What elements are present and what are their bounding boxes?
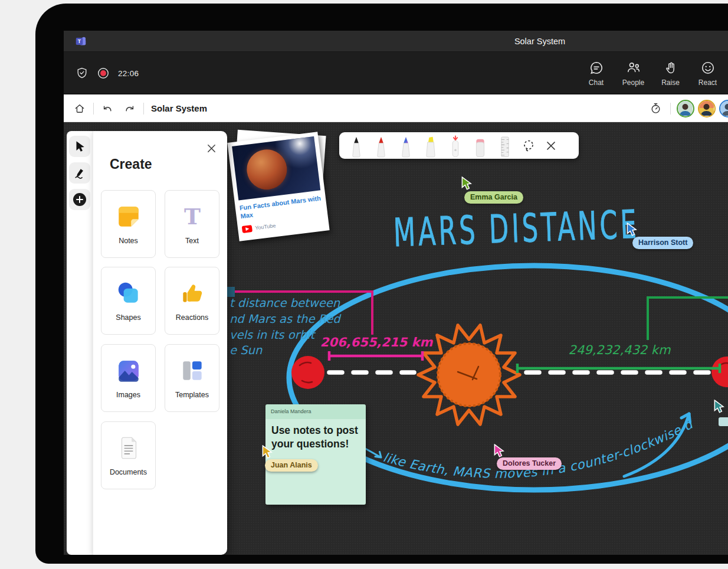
avatar[interactable] [677, 100, 694, 117]
galaxy-pen-tool[interactable] [395, 133, 417, 158]
farthest-distance-measure-ink: 249,232,432 km [517, 343, 720, 373]
eraser-icon [471, 135, 489, 158]
raise-hand-button[interactable]: Raise [652, 52, 689, 94]
toolbar-divider [93, 103, 94, 115]
create-panel-close-button[interactable] [204, 140, 219, 156]
create-panel: Create Notes T Text [93, 131, 227, 555]
home-icon [74, 103, 86, 115]
chat-icon [589, 60, 604, 76]
create-notes-card[interactable]: Notes [101, 190, 156, 258]
svg-text:T: T [184, 204, 201, 230]
create-panel-title: Create [110, 156, 152, 172]
whiteboard-canvas[interactable]: t distance between nd Mars as the Red ve… [64, 122, 728, 555]
annotation-line: e Sun [229, 344, 263, 357]
black-pen-icon [347, 135, 365, 158]
pen-toolbar-close-button[interactable] [541, 136, 561, 156]
text-icon: T [179, 203, 206, 230]
laser-pointer-icon [447, 135, 464, 158]
add-content-button[interactable] [69, 189, 90, 210]
video-provider: YouTube [255, 223, 276, 231]
templates-icon [179, 357, 206, 384]
lasso-select-tool[interactable] [519, 136, 539, 156]
annotation-line: t distance between [229, 296, 340, 310]
red-pen-tool[interactable] [370, 133, 392, 158]
harrison-stott-cursor [625, 223, 638, 237]
meeting-control-bar: 22:06 Chat People [64, 52, 728, 94]
shapes-icon [115, 280, 142, 307]
mars-left-ink [291, 356, 324, 389]
collaborator-tag: Emma Garcia [464, 191, 523, 204]
collaborator-tag: Harrison Stott [632, 237, 693, 249]
dolores-tucker-cursor [493, 444, 506, 458]
lasso-icon [522, 139, 536, 153]
whiteboard-toolbar: Solar System [64, 94, 728, 122]
recording-indicator-icon [97, 67, 110, 80]
home-button[interactable] [71, 100, 88, 117]
collaborator-tag: Dolores Tucker [497, 457, 562, 470]
toolbar-divider [670, 103, 671, 115]
teams-title-bar: T Solar System [64, 31, 728, 52]
ink-pen-icon [73, 166, 86, 179]
images-icon [115, 357, 142, 384]
offscreen-collaborator-cursor [713, 400, 726, 414]
undo-button[interactable] [99, 100, 116, 117]
timer-button[interactable] [647, 100, 664, 117]
people-button[interactable]: People [615, 52, 652, 94]
mars-planet-image [244, 147, 289, 192]
window-title: Solar System [64, 31, 728, 52]
participant-avatars [677, 100, 728, 117]
ruler-tool[interactable] [494, 133, 516, 158]
create-documents-card[interactable]: Documents [101, 421, 156, 489]
plus-icon [72, 192, 87, 207]
ruler-icon [496, 135, 514, 158]
people-icon [626, 60, 641, 76]
redo-icon [124, 103, 136, 115]
closest-distance-measure-ink: 206,655,215 km [320, 335, 434, 361]
documents-icon [115, 434, 142, 462]
create-text-card[interactable]: T Text [165, 190, 219, 258]
board-heading-ink: MARS DISTANCE [393, 201, 640, 255]
create-images-card[interactable]: Images [101, 344, 156, 412]
create-shapes-card[interactable]: Shapes [101, 267, 156, 335]
avatar[interactable] [719, 100, 728, 117]
youtube-video-card[interactable]: Fun Facts about Mars with Max YouTube [227, 132, 329, 241]
mars-video-thumbnail [232, 136, 320, 200]
ink-tool-button[interactable] [69, 162, 90, 184]
security-shield-icon [76, 67, 88, 80]
galaxy-pen-icon [397, 135, 415, 158]
highlighter-icon [422, 135, 440, 158]
chat-button[interactable]: Chat [578, 52, 615, 94]
select-cursor-icon [73, 140, 86, 153]
create-templates-card[interactable]: Templates [165, 344, 219, 412]
toolbar-divider [143, 103, 144, 115]
youtube-logo-icon [242, 225, 252, 233]
laser-pointer-tool[interactable] [444, 133, 467, 158]
juan-alanis-cursor [261, 445, 274, 459]
react-button[interactable]: React [689, 52, 726, 94]
canvas-tool-rail [67, 131, 93, 555]
collaborator-tag: Juan Alanis [265, 459, 318, 472]
sun-ink [418, 325, 520, 424]
select-tool-button[interactable] [69, 136, 90, 157]
farthest-distance-label: 249,232,432 km [569, 343, 671, 357]
sticky-note[interactable]: Daniela Mandera Use notes to post your q… [265, 404, 366, 505]
create-reactions-card[interactable]: Reactions [165, 267, 219, 335]
undo-icon [101, 103, 113, 115]
closest-distance-label: 206,655,215 km [320, 335, 434, 349]
redo-button[interactable] [121, 100, 139, 117]
teams-app-screen: T Solar System 22:06 Chat [64, 31, 728, 555]
red-pen-icon [372, 135, 390, 158]
raise-hand-icon [663, 60, 678, 76]
emma-garcia-cursor [460, 176, 473, 191]
highlighter-tool[interactable] [419, 133, 442, 158]
react-smiley-icon [700, 60, 716, 76]
close-icon [206, 143, 217, 153]
board-title: Solar System [151, 103, 207, 113]
avatar[interactable] [698, 100, 716, 117]
annotation-line: nd Mars as the Red [229, 312, 342, 326]
recording-timer: 22:06 [118, 69, 139, 78]
collaborator-tag-clipped [719, 417, 728, 426]
black-pen-tool[interactable] [345, 133, 368, 158]
annotation-line: vels in its orbit [229, 328, 316, 342]
eraser-tool[interactable] [469, 133, 491, 158]
